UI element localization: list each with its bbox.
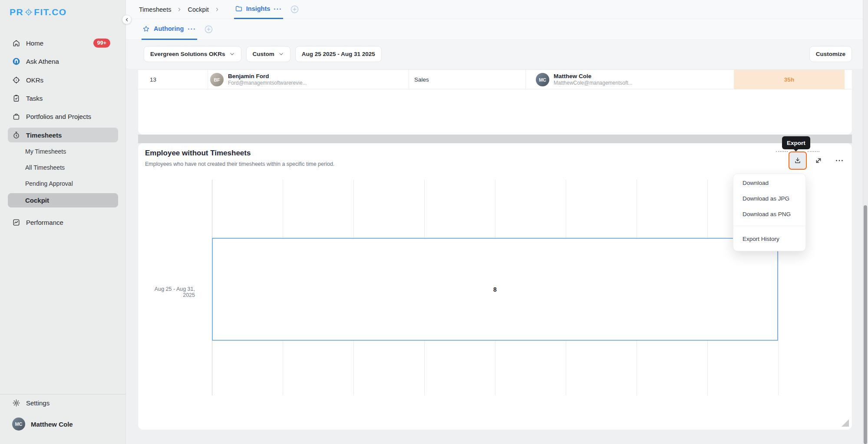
menu-divider (733, 226, 805, 226)
employee-avatar: BF (210, 73, 224, 86)
chevron-left-icon (125, 17, 129, 22)
content-area: 13 BF Benjamin Ford Ford@managemntsoftwa… (126, 69, 868, 444)
customize-label: Customize (816, 51, 845, 57)
date-range-value: Aug 25 2025 - Aug 31 2025 (302, 51, 375, 57)
sidebar-item-my-timesheets[interactable]: My Timesheets (0, 144, 126, 159)
export-menu-item-history[interactable]: Export History (733, 230, 805, 247)
manager-email: MatthewCole@managementsoft... (554, 80, 633, 86)
folder-icon (235, 5, 243, 13)
sidebar-subitem-label: All Timesheets (25, 164, 65, 171)
chevron-right-icon (177, 7, 182, 12)
tab-authoring[interactable]: Authoring ··· (142, 19, 197, 40)
athena-icon (12, 57, 20, 66)
tasks-icon (12, 94, 20, 102)
sidebar-item-label: Ask Athena (26, 58, 59, 65)
sidebar-item-tasks[interactable]: Tasks (0, 91, 126, 105)
gear-icon (12, 399, 20, 407)
sidebar-item-label: OKRs (26, 76, 43, 84)
user-avatar: MC (12, 418, 25, 431)
table-row[interactable]: 13 BF Benjamin Ford Ford@managemntsoftwa… (138, 70, 852, 89)
sidebar: PR FIT.CO Home 99+ Ask Athena OKRs Tasks… (0, 0, 126, 444)
timesheet-table-card: 13 BF Benjamin Ford Ford@managemntsoftwa… (138, 69, 852, 135)
notification-badge: 99+ (93, 39, 110, 48)
widget-more-button[interactable] (834, 156, 845, 165)
expand-button[interactable] (814, 156, 823, 165)
employee-cell: BF Benjamin Ford Ford@managemntsoftwarer… (210, 73, 307, 86)
sidebar-item-pending-approval[interactable]: Pending Approval (0, 176, 126, 191)
sidebar-collapse-button[interactable] (122, 15, 132, 24)
app-window: PR FIT.CO Home 99+ Ask Athena OKRs Tasks… (0, 0, 868, 444)
scrollbar-thumb[interactable] (864, 205, 867, 444)
sidebar-item-label: Performance (26, 219, 63, 226)
period-type-value: Custom (253, 51, 274, 57)
export-tooltip: Export (782, 136, 810, 149)
more-dots-icon (835, 156, 844, 165)
manager-name: Matthew Cole (554, 73, 633, 80)
hours-cell: 35h (734, 70, 845, 89)
sidebar-item-timesheets[interactable]: Timesheets (8, 128, 118, 142)
expand-icon (814, 156, 823, 165)
widget-resize-handle[interactable] (842, 419, 849, 427)
user-name: Matthew Cole (31, 421, 73, 428)
sidebar-item-label: Timesheets (26, 132, 62, 139)
manager-avatar: MC (536, 73, 549, 86)
sidebar-subitem-label: Cockpit (25, 197, 49, 204)
export-menu-item-download-png[interactable]: Download as PNG (733, 206, 805, 222)
breadcrumb-cockpit[interactable]: Cockpit (188, 6, 208, 13)
sidebar-item-performance[interactable]: Performance (0, 215, 126, 230)
widget-drag-indicator (776, 151, 788, 152)
export-menu-item-download-jpg[interactable]: Download as JPG (733, 191, 805, 206)
sidebar-item-cockpit[interactable]: Cockpit (8, 193, 118, 207)
widget-title: Employee without Timesheets (145, 149, 251, 158)
sidebar-item-home[interactable]: Home 99+ (0, 36, 126, 50)
target-icon (25, 8, 33, 16)
home-icon (12, 39, 20, 47)
add-view-button[interactable] (204, 25, 213, 34)
widget-drag-indicator (808, 151, 819, 152)
brand-logo[interactable]: PR FIT.CO (10, 7, 67, 17)
scrollbar-track[interactable] (863, 0, 868, 444)
sidebar-subitem-label: Pending Approval (25, 180, 73, 187)
timesheets-icon (12, 131, 20, 139)
star-icon (142, 25, 150, 33)
logo-text-prefix: PR (10, 7, 23, 17)
row-id-cell: 13 (150, 70, 156, 89)
y-axis-category-label: Aug 25 - Aug 31, 2025 (142, 286, 195, 298)
sidebar-item-portfolios[interactable]: Portfolios and Projects (0, 109, 126, 124)
subtab-bar: Authoring ··· (126, 19, 868, 40)
breadcrumb-timesheets[interactable]: Timesheets (139, 6, 171, 13)
column-divider (525, 70, 526, 89)
sidebar-item-label: Settings (26, 399, 50, 407)
chart-bar: 8 (212, 238, 778, 341)
employee-name: Benjamin Ford (228, 73, 307, 80)
employee-email: Ford@managemntsoftwarerevie... (228, 80, 307, 86)
logo-text-suffix: FIT.CO (34, 7, 67, 17)
breadcrumb: Timesheets Cockpit Insights ··· (126, 0, 868, 19)
okr-filter-dropdown[interactable]: Evergreen Solutions OKRs (144, 46, 241, 62)
tab-more-icon[interactable]: ··· (274, 5, 282, 13)
column-divider (409, 70, 409, 89)
date-range-button[interactable]: Aug 25 2025 - Aug 31 2025 (295, 46, 382, 62)
portfolios-icon (12, 112, 20, 121)
okrs-icon (12, 76, 20, 84)
tab-insights[interactable]: Insights ··· (234, 0, 283, 19)
sidebar-divider (0, 394, 126, 395)
sidebar-item-label: Portfolios and Projects (26, 113, 91, 120)
export-button[interactable] (789, 151, 807, 170)
export-menu-item-download[interactable]: Download (733, 175, 805, 191)
manager-cell: MC Matthew Cole MatthewCole@managementso… (536, 73, 633, 86)
sidebar-item-okrs[interactable]: OKRs (0, 72, 126, 87)
customize-button[interactable]: Customize (809, 46, 852, 62)
sidebar-item-settings[interactable]: Settings (0, 395, 126, 410)
add-tab-button[interactable] (290, 5, 299, 14)
column-divider (208, 70, 208, 89)
sidebar-subitem-label: My Timesheets (25, 148, 66, 155)
export-menu: Download Download as JPG Download as PNG… (733, 174, 806, 251)
sidebar-user[interactable]: MC Matthew Cole (0, 417, 126, 431)
sidebar-item-all-timesheets[interactable]: All Timesheets (0, 160, 126, 175)
subtab-more-icon[interactable]: ··· (188, 25, 196, 33)
sidebar-item-ask-athena[interactable]: Ask Athena (0, 54, 126, 69)
performance-icon (12, 218, 20, 227)
chevron-down-icon (278, 51, 284, 57)
period-type-dropdown[interactable]: Custom (246, 46, 290, 62)
